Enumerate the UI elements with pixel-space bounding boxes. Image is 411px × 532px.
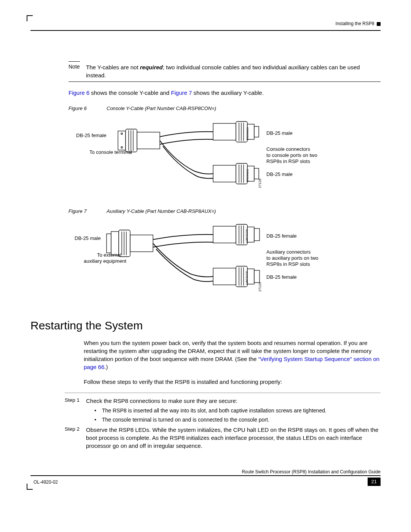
header-rule <box>30 30 381 31</box>
restart-para2: Follow these steps to verify that the RS… <box>84 378 381 386</box>
svg-rect-22 <box>107 234 111 253</box>
bullet-icon: • <box>94 416 102 424</box>
figure7-caption: Figure 7 Auxiliary Y-Cable (Part Number … <box>68 208 381 215</box>
fig7-top-conn: DB-25 female <box>266 233 296 239</box>
header-text: Installing the RSP8 <box>336 21 374 26</box>
svg-rect-36 <box>213 268 236 285</box>
figure6-link[interactable]: Figure 6 <box>68 89 89 96</box>
step2: Step 2 Observe the RSP8 LEDs. While the … <box>65 426 381 450</box>
svg-rect-16 <box>236 163 247 184</box>
svg-rect-29 <box>213 226 236 243</box>
svg-rect-39 <box>254 270 260 283</box>
note-block: Note The Y-cables are not required; two … <box>68 61 381 82</box>
step1-bullet1: • The RSP8 is inserted all the way into … <box>94 407 381 415</box>
fig7-drawing-no: 27129 <box>258 282 262 292</box>
svg-rect-15 <box>213 165 236 182</box>
fig7-bot-conn: DB-25 female <box>266 274 296 280</box>
crop-mark-tl <box>27 15 33 21</box>
figure6-caption: Figure 6 Console Y-Cable (Part Number CA… <box>68 105 381 112</box>
svg-rect-11 <box>254 126 259 137</box>
note-text: The Y-cables are not required; two indiv… <box>86 63 381 79</box>
svg-point-7 <box>121 147 123 148</box>
step1-label: Step 1 <box>65 397 86 405</box>
footer-page-number: 21 <box>368 478 381 486</box>
fig6-top-conn: DB-25 male <box>266 130 293 136</box>
svg-rect-9 <box>236 121 247 142</box>
fig6-bot-conn: DB-25 male <box>266 171 293 177</box>
svg-rect-32 <box>254 228 260 241</box>
svg-point-6 <box>121 133 123 134</box>
restart-para1: When you turn the system power back on, … <box>84 339 381 371</box>
fig7-port-bot: AUXILIARY <box>245 271 248 285</box>
fig6-left-sub: To console terminal <box>89 149 132 155</box>
svg-rect-18 <box>254 168 259 179</box>
fig6-port-bot: CONSOLE <box>246 169 249 182</box>
step1-text: Check the RSP8 connections to make sure … <box>86 397 381 405</box>
figure7-diagram: DB-25 male To external auxiliary equipme… <box>68 219 342 302</box>
section-heading: Restarting the System <box>30 318 381 334</box>
fig7-mid2: to auxiliary ports on two <box>266 255 319 261</box>
fig7-left-conn: DB-25 male <box>75 235 101 241</box>
note-rule-bottom <box>68 81 381 82</box>
fig6-mid1: Console connectors <box>266 146 310 152</box>
svg-rect-25 <box>130 235 153 252</box>
running-header: Installing the RSP8 <box>30 15 381 27</box>
fig7-mid3: RSP8s in RSP slots <box>266 261 310 267</box>
step1-bullet2: • The console terminal is turned on and … <box>94 416 381 424</box>
svg-rect-1 <box>126 129 137 152</box>
fig7-port-top: AUXILIARY <box>245 229 248 243</box>
fig7-left-sub1: To external <box>97 252 121 258</box>
fig6-port-top: CONSOLE <box>246 127 249 141</box>
step2-label: Step 2 <box>65 426 86 450</box>
fig6-mid2: to console ports on two <box>266 152 317 158</box>
note-rule-top <box>68 61 80 62</box>
fig6-mid3: RSP8s in RSP slots <box>266 158 310 164</box>
svg-rect-8 <box>213 123 236 140</box>
fig6-drawing-no: 27128 <box>258 179 262 188</box>
footer-rule <box>30 475 381 476</box>
fig7-mid1: Auxiliary connectors <box>266 249 311 255</box>
bullet-icon: • <box>94 407 102 415</box>
figure6-diagram: DB-25 female To console terminal CONSOLE… <box>68 116 342 200</box>
step1: Step 1 Check the RSP8 connections to mak… <box>65 397 381 405</box>
fig6-left-conn: DB-25 female <box>76 133 106 138</box>
footer-doc-no: OL-4920-02 <box>32 479 59 486</box>
figure7-link[interactable]: Figure 7 <box>171 89 192 96</box>
step2-text: Observe the RSP8 LEDs. While the system … <box>86 426 381 450</box>
header-marker <box>377 22 381 26</box>
footer-guide: Route Switch Processor (RSP8) Installati… <box>30 469 381 475</box>
intro-para: Figure 6 shows the console Y-cable and F… <box>68 89 381 97</box>
svg-rect-23 <box>111 232 119 255</box>
svg-rect-2 <box>137 132 160 149</box>
fig7-left-sub2: auxiliary equipment <box>84 258 126 264</box>
note-label: Note <box>68 63 86 71</box>
steps-rule <box>65 393 381 393</box>
note-required: required <box>140 64 163 70</box>
